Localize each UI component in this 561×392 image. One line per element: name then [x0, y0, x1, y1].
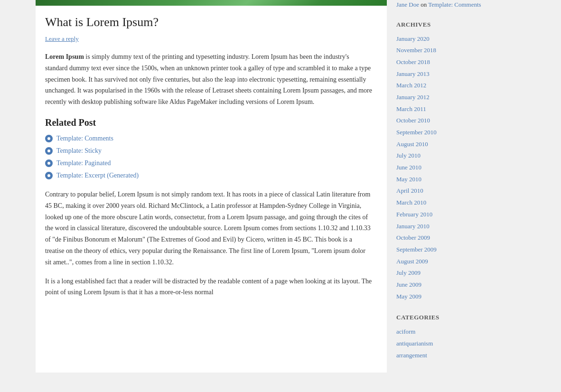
- archive-link[interactable]: May 2010: [396, 174, 482, 186]
- related-link-1[interactable]: Template: Comments: [56, 135, 113, 142]
- archive-link[interactable]: July 2010: [396, 150, 482, 162]
- archive-link[interactable]: February 2010: [396, 209, 482, 221]
- list-item: Template: Comments: [45, 135, 373, 142]
- related-link-3[interactable]: Template: Paginated: [56, 159, 111, 167]
- archive-link[interactable]: September 2010: [396, 127, 482, 139]
- archive-link[interactable]: January 2010: [396, 221, 482, 233]
- list-item: Template: Sticky: [45, 147, 373, 155]
- comment-on-text: on: [421, 1, 428, 8]
- category-link[interactable]: aciform: [396, 326, 482, 338]
- bullet-icon-2: [45, 147, 53, 155]
- body-paragraph-2: Contrary to popular belief, Lorem Ipsum …: [45, 189, 373, 268]
- archive-link[interactable]: October 2009: [396, 232, 482, 244]
- list-item: Template: Excerpt (Generated): [45, 172, 373, 179]
- body-paragraph-3: It is a long established fact that a rea…: [45, 276, 373, 299]
- hero-image: [36, 0, 387, 6]
- category-link[interactable]: arrangement: [396, 350, 482, 362]
- archive-link[interactable]: June 2009: [396, 279, 482, 291]
- comment-author-link[interactable]: Jane Doe: [396, 1, 419, 8]
- archive-link[interactable]: March 2010: [396, 197, 482, 209]
- list-item: Template: Paginated: [45, 159, 373, 167]
- bullet-icon-1: [45, 135, 53, 142]
- archive-link[interactable]: October 2010: [396, 115, 482, 127]
- archive-link[interactable]: January 2012: [396, 92, 482, 103]
- archives-section: ARCHIVES January 2020 November 2018 Octo…: [396, 21, 482, 303]
- leave-reply-link[interactable]: Leave a reply: [45, 35, 79, 43]
- archive-link[interactable]: March 2012: [396, 80, 482, 92]
- bullet-icon-3: [45, 159, 53, 167]
- archive-link[interactable]: May 2009: [396, 291, 482, 303]
- archive-link[interactable]: November 2018: [396, 45, 482, 56]
- sidebar: Jane Doe on Template: Comments ARCHIVES …: [387, 0, 491, 373]
- body-paragraph-1: Lorem Ipsum is simply dummy text of the …: [45, 51, 373, 108]
- categories-section: CATEGORIES aciform antiquarianism arrang…: [396, 314, 482, 361]
- archive-link[interactable]: September 2009: [396, 244, 482, 256]
- related-post-list: Template: Comments Template: Sticky Temp…: [45, 135, 373, 179]
- archive-link[interactable]: August 2010: [396, 139, 482, 150]
- archives-title: ARCHIVES: [396, 21, 482, 28]
- archive-link[interactable]: July 2009: [396, 267, 482, 279]
- archive-link[interactable]: January 2013: [396, 68, 482, 80]
- archive-link[interactable]: March 2011: [396, 103, 482, 115]
- categories-title: CATEGORIES: [396, 314, 482, 321]
- archive-link[interactable]: October 2018: [396, 56, 482, 68]
- post-body: Lorem Ipsum is simply dummy text of the …: [45, 51, 373, 298]
- lorem-ipsum-bold: Lorem Ipsum: [45, 53, 84, 60]
- archive-link[interactable]: April 2010: [396, 185, 482, 197]
- related-link-4[interactable]: Template: Excerpt (Generated): [56, 172, 139, 179]
- archive-link[interactable]: August 2009: [396, 256, 482, 268]
- body-paragraph-1-text: is simply dummy text of the printing and…: [45, 53, 372, 105]
- recent-comments-section: Jane Doe on Template: Comments: [396, 0, 482, 9]
- related-link-2[interactable]: Template: Sticky: [56, 147, 102, 155]
- comment-post-link[interactable]: Template: Comments: [428, 1, 481, 8]
- recent-comment-item: Jane Doe on Template: Comments: [396, 0, 482, 9]
- related-post-title: Related Post: [45, 117, 373, 128]
- bullet-icon-4: [45, 172, 53, 179]
- post-title: What is Lorem Ipsum?: [45, 15, 373, 29]
- archive-link[interactable]: June 2010: [396, 162, 482, 174]
- category-link[interactable]: antiquarianism: [396, 338, 482, 350]
- archive-link[interactable]: January 2020: [396, 33, 482, 45]
